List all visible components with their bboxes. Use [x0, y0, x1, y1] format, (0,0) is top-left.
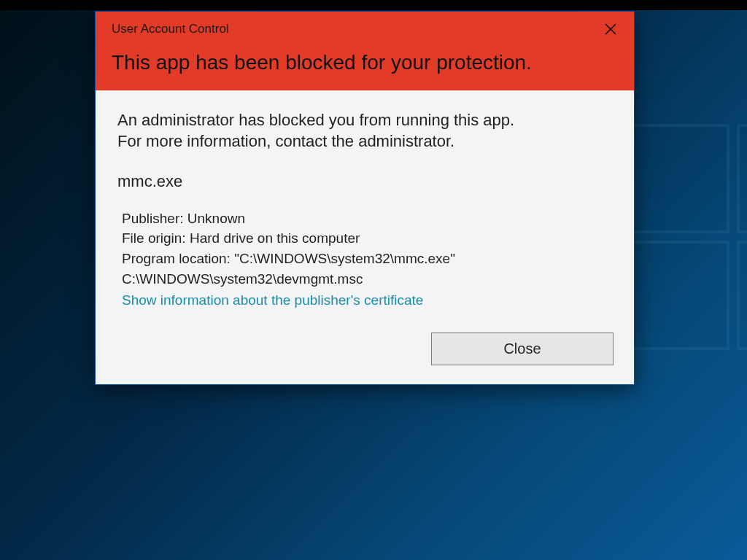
- publisher-label: Publisher:: [122, 211, 184, 226]
- origin-label: File origin:: [122, 230, 186, 246]
- bg-tile: [737, 124, 747, 233]
- publisher-certificate-link[interactable]: Show information about the publisher's c…: [122, 290, 423, 311]
- origin-value: Hard drive on this computer: [190, 230, 360, 246]
- uac-dialog: User Account Control This app has been b…: [95, 11, 635, 385]
- blocked-message: An administrator has blocked you from ru…: [117, 109, 526, 152]
- dialog-header: User Account Control This app has been b…: [96, 12, 634, 90]
- location-row: Program location: "C:\WINDOWS\system32\m…: [122, 249, 612, 289]
- bg-tile: [620, 241, 729, 350]
- bg-tile: [737, 241, 747, 350]
- location-label: Program location:: [122, 251, 231, 266]
- publisher-value: Unknown: [187, 211, 245, 226]
- origin-row: File origin: Hard drive on this computer: [122, 228, 612, 249]
- bg-tile: [620, 124, 729, 233]
- close-button[interactable]: Close: [431, 332, 614, 365]
- dialog-title-big: This app has been blocked for your prote…: [112, 50, 549, 76]
- dialog-footer: Close: [96, 327, 634, 384]
- details-block: Publisher: Unknown File origin: Hard dri…: [117, 209, 612, 311]
- dialog-body: An administrator has blocked you from ru…: [96, 90, 634, 327]
- close-icon[interactable]: [599, 18, 622, 41]
- dialog-title-small: User Account Control: [112, 22, 618, 36]
- blocked-app-name: mmc.exe: [117, 172, 612, 191]
- top-void: [0, 0, 747, 10]
- publisher-row: Publisher: Unknown: [122, 209, 612, 229]
